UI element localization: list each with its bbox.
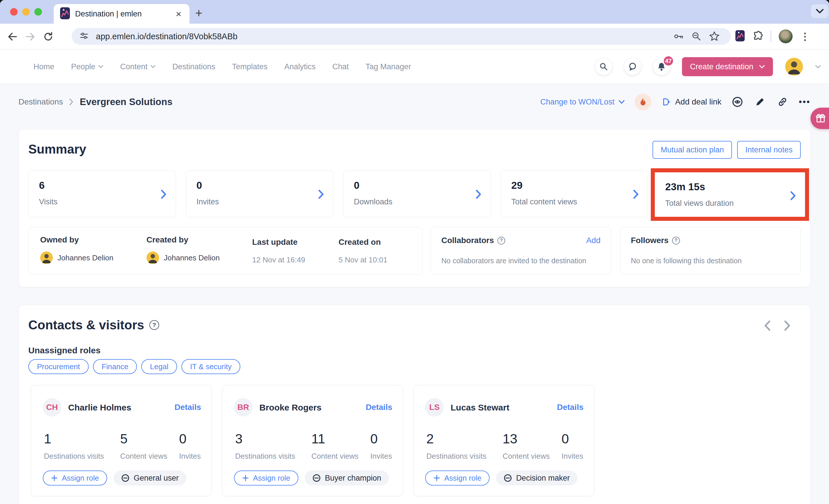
preview-eye-icon[interactable] bbox=[731, 95, 744, 108]
chevron-down-icon bbox=[618, 100, 625, 104]
nav-item-content[interactable]: Content bbox=[120, 62, 156, 71]
chevron-down-icon bbox=[759, 65, 765, 69]
nav-item-people[interactable]: People bbox=[71, 62, 103, 71]
help-question-icon[interactable]: ? bbox=[149, 320, 159, 330]
details-link[interactable]: Details bbox=[175, 403, 201, 412]
assign-role-button[interactable]: Assign role bbox=[234, 470, 298, 486]
help-question-icon[interactable]: ? bbox=[497, 237, 505, 244]
bookmark-star-icon[interactable] bbox=[706, 28, 723, 45]
assign-role-button[interactable]: Assign role bbox=[43, 470, 107, 486]
role-pill[interactable]: Decision maker bbox=[496, 470, 577, 486]
search-button[interactable] bbox=[595, 58, 612, 75]
owned-by-block: Owned by Johannes Delion bbox=[40, 235, 113, 264]
details-link[interactable]: Details bbox=[557, 403, 583, 412]
notifications-button[interactable]: 47 bbox=[653, 58, 670, 75]
minus-circle-icon bbox=[121, 474, 130, 482]
chat-button[interactable] bbox=[624, 58, 641, 75]
tab-close-icon[interactable]: × bbox=[174, 9, 183, 19]
gift-promo-button[interactable] bbox=[810, 108, 829, 129]
role-pill[interactable]: General user bbox=[113, 470, 186, 486]
browser-profile-avatar[interactable] bbox=[779, 30, 793, 43]
owner-name: Johannes Delion bbox=[58, 254, 113, 262]
tab-title: Destination | emlen bbox=[75, 9, 174, 18]
stat-card-total-views-duration[interactable]: 23m 15s Total views duration bbox=[655, 172, 805, 217]
stat-card-visits[interactable]: 6 Visits bbox=[28, 170, 176, 217]
url-bar[interactable]: app.emlen.io/destination/8Vobk58ABb bbox=[72, 28, 731, 45]
details-link[interactable]: Details bbox=[366, 403, 392, 412]
browser-tab[interactable]: Destination | emlen × bbox=[54, 4, 189, 24]
collaborators-add-link[interactable]: Add bbox=[586, 236, 601, 245]
desktop-background: Destination | emlen × + app.emlen.io/des… bbox=[0, 0, 829, 504]
role-chip-procurement[interactable]: Procurement bbox=[28, 359, 89, 374]
more-options-icon[interactable]: ••• bbox=[799, 97, 810, 107]
nav-item-destinations[interactable]: Destinations bbox=[173, 62, 215, 71]
chevron-right-icon[interactable] bbox=[633, 189, 639, 200]
avatar: CH bbox=[43, 398, 61, 417]
last-update-value: 12 Nov at 16:49 bbox=[252, 256, 305, 264]
edit-pencil-icon[interactable] bbox=[754, 95, 766, 108]
avatar: LS bbox=[425, 398, 444, 417]
stat-card-downloads[interactable]: 0 Downloads bbox=[343, 170, 491, 217]
create-destination-button[interactable]: Create destination bbox=[682, 57, 773, 76]
back-button[interactable] bbox=[3, 28, 22, 46]
chevron-right-icon[interactable] bbox=[318, 189, 324, 200]
role-chip-legal[interactable]: Legal bbox=[141, 359, 177, 374]
summary-actions: Mutual action plan Internal notes bbox=[652, 141, 801, 159]
browser-menu-icon[interactable]: ⋮ bbox=[800, 31, 810, 42]
new-tab-button[interactable]: + bbox=[195, 6, 203, 20]
zoom-out-icon[interactable] bbox=[687, 28, 706, 45]
mutual-action-plan-button[interactable]: Mutual action plan bbox=[652, 141, 732, 159]
carousel-next-button[interactable] bbox=[784, 320, 791, 332]
summary-section: Summary Mutual action plan Internal note… bbox=[19, 129, 810, 287]
browser-tabstrip: Destination | emlen × + bbox=[0, 0, 829, 24]
nav-item-templates[interactable]: Templates bbox=[232, 62, 267, 71]
page-title: Evergreen Solutions bbox=[80, 96, 173, 107]
chat-bubble-icon bbox=[628, 62, 637, 71]
site-settings-icon[interactable] bbox=[79, 31, 89, 42]
nav-item-chat[interactable]: Chat bbox=[332, 62, 349, 71]
toolbar-divider bbox=[771, 31, 771, 42]
role-chip-it-security[interactable]: IT & security bbox=[181, 359, 240, 374]
contact-card: LS Lucas Stewart Details 2Destinations v… bbox=[413, 385, 594, 496]
help-question-icon[interactable]: ? bbox=[672, 237, 680, 244]
carousel-prev-button[interactable] bbox=[763, 320, 771, 332]
role-pill[interactable]: Buyer champion bbox=[305, 470, 389, 486]
copy-link-icon[interactable] bbox=[776, 95, 789, 108]
window-zoom-button[interactable] bbox=[34, 8, 42, 15]
role-chip-finance[interactable]: Finance bbox=[93, 359, 137, 374]
nav-item-home[interactable]: Home bbox=[34, 62, 54, 71]
gift-icon bbox=[815, 113, 826, 124]
nav-item-tag-manager[interactable]: Tag Manager bbox=[365, 62, 411, 71]
window-minimize-button[interactable] bbox=[22, 8, 30, 15]
add-deal-link-button[interactable]: Add deal link bbox=[661, 97, 721, 107]
internal-notes-button[interactable]: Internal notes bbox=[737, 141, 801, 159]
nav-item-analytics[interactable]: Analytics bbox=[284, 62, 316, 71]
change-status-link[interactable]: Change to WON/Lost bbox=[540, 98, 625, 107]
annotation-highlight-box: 23m 15s Total views duration bbox=[651, 168, 809, 221]
emlen-extension-icon[interactable] bbox=[735, 30, 745, 43]
minus-circle-icon bbox=[503, 474, 512, 482]
chevron-right-icon[interactable] bbox=[475, 189, 482, 200]
extensions-puzzle-icon[interactable] bbox=[752, 30, 763, 42]
reload-button[interactable] bbox=[39, 28, 57, 46]
plus-icon bbox=[242, 474, 249, 481]
user-avatar[interactable] bbox=[785, 58, 803, 76]
plus-icon bbox=[51, 474, 58, 481]
password-key-icon[interactable] bbox=[670, 28, 687, 45]
window-close-button[interactable] bbox=[10, 8, 17, 15]
deal-icon bbox=[661, 97, 671, 107]
stat-card-total-content-views[interactable]: 29 Total content views bbox=[501, 170, 648, 217]
assign-role-button[interactable]: Assign role bbox=[425, 470, 490, 486]
tab-search-button[interactable] bbox=[811, 4, 828, 18]
contacts-title: Contacts & visitors bbox=[28, 318, 144, 332]
url-text[interactable]: app.emlen.io/destination/8Vobk58ABb bbox=[96, 32, 670, 41]
creator-name: Johannes Delion bbox=[164, 254, 220, 262]
chevron-right-icon[interactable] bbox=[790, 191, 796, 202]
stat-card-invites[interactable]: 0 Invites bbox=[186, 170, 333, 217]
hot-deal-flame-icon[interactable] bbox=[635, 93, 651, 110]
chevron-right-icon[interactable] bbox=[160, 189, 167, 200]
breadcrumb-destinations-link[interactable]: Destinations bbox=[19, 97, 63, 107]
unassigned-roles-label: Unassigned roles bbox=[28, 346, 101, 355]
chevron-down-icon bbox=[98, 65, 103, 68]
forward-button[interactable] bbox=[22, 28, 39, 46]
